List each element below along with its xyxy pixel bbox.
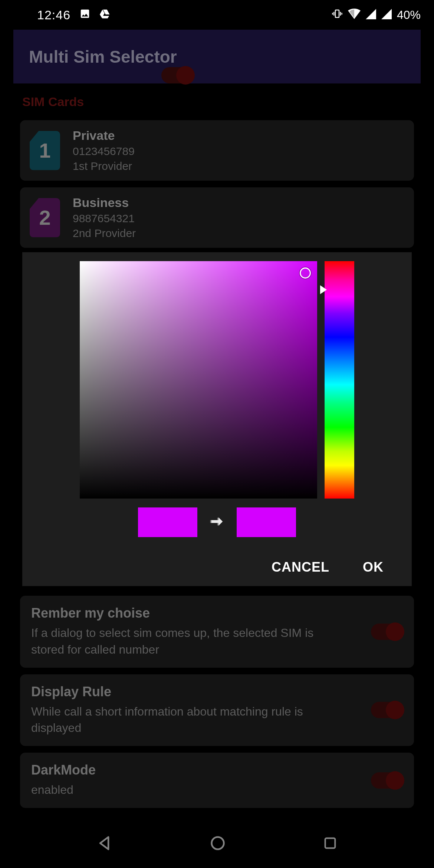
sim-slot-badge: 2	[30, 198, 60, 237]
svg-rect-2	[325, 838, 335, 848]
sim-name: Business	[73, 195, 136, 210]
setting-remember-toggle[interactable]	[371, 624, 403, 640]
cancel-button[interactable]: CANCEL	[272, 559, 329, 575]
svg-rect-0	[335, 10, 339, 17]
setting-display-rule[interactable]: Display Rule While call a short informat…	[20, 674, 414, 746]
sim-card-2[interactable]: 2 Business 9887654321 2nd Provider	[20, 187, 414, 248]
hue-cursor[interactable]	[320, 285, 327, 294]
ok-button[interactable]: OK	[363, 559, 384, 575]
svg-point-1	[212, 837, 224, 849]
arrow-right-icon	[208, 513, 226, 532]
battery-percentage: 40%	[397, 8, 421, 22]
setting-display-rule-toggle[interactable]	[371, 702, 403, 718]
color-picker-dialog: CANCEL OK	[22, 252, 412, 586]
setting-title: Rember my choise	[31, 605, 335, 621]
sim-cards-section-label: SIM Cards	[13, 83, 421, 120]
status-bar: 12:46 40%	[0, 0, 434, 30]
page-title: Multi Sim Selector	[29, 47, 177, 67]
recents-button[interactable]	[323, 836, 338, 852]
setting-desc: If a dialog to select sim comes up, the …	[31, 625, 335, 658]
sim-number: 9887654321	[73, 212, 136, 225]
image-icon	[79, 8, 91, 22]
setting-title: DarkMode	[31, 762, 96, 778]
back-button[interactable]	[97, 835, 113, 853]
app-header: Multi Sim Selector	[13, 30, 421, 83]
sim-number: 0123456789	[73, 145, 135, 158]
app-master-toggle[interactable]	[161, 67, 193, 83]
sv-cursor[interactable]	[300, 267, 311, 279]
setting-desc: While call a short information about mat…	[31, 703, 335, 737]
setting-desc: enabled	[31, 782, 96, 798]
home-button[interactable]	[210, 835, 226, 853]
old-color-swatch	[138, 507, 197, 537]
signal-2-icon	[381, 8, 392, 22]
setting-darkmode-toggle[interactable]	[371, 772, 403, 789]
system-nav-bar	[0, 820, 434, 868]
sim-provider: 1st Provider	[73, 160, 135, 172]
signal-1-icon	[366, 8, 376, 22]
drive-icon	[99, 8, 111, 22]
new-color-swatch	[237, 507, 296, 537]
status-time: 12:46	[37, 8, 70, 22]
sim-name: Private	[73, 128, 135, 143]
wifi-icon	[348, 8, 361, 22]
sim-provider: 2nd Provider	[73, 227, 136, 240]
sim-slot-badge: 1	[30, 131, 60, 170]
setting-title: Display Rule	[31, 684, 335, 700]
hue-slider[interactable]	[325, 261, 354, 499]
saturation-value-panel[interactable]	[80, 261, 317, 499]
setting-darkmode[interactable]: DarkMode enabled	[20, 753, 414, 808]
setting-remember[interactable]: Rember my choise If a dialog to select s…	[20, 596, 414, 668]
vibrate-icon	[332, 8, 343, 22]
sim-card-1[interactable]: 1 Private 0123456789 1st Provider	[20, 120, 414, 181]
